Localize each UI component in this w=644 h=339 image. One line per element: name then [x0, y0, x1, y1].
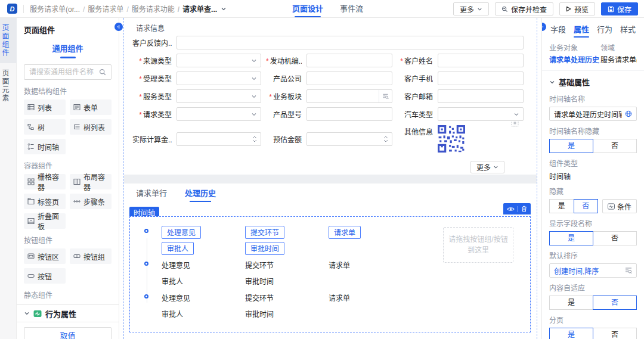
field-chip[interactable]: 提交环节: [245, 226, 284, 239]
component-list[interactable]: 列表: [24, 99, 66, 115]
request-type-select[interactable]: [177, 107, 261, 121]
timeline-name-input[interactable]: [554, 110, 622, 118]
name-hidden-yes[interactable]: 是: [549, 139, 593, 153]
globe-icon[interactable]: [625, 110, 632, 117]
chevron-down-icon[interactable]: [221, 6, 227, 12]
app-logo-icon[interactable]: D: [7, 4, 17, 14]
component-button-group[interactable]: 按钮组: [70, 248, 112, 264]
behavior-section-header[interactable]: 行为属性: [17, 304, 119, 322]
trash-icon[interactable]: [521, 206, 527, 212]
field-label: 实际计算金...: [131, 134, 172, 144]
play-icon: [566, 6, 571, 12]
timeline-text: 处理意见: [162, 260, 245, 270]
field-chip[interactable]: 审批人: [162, 242, 194, 255]
field-chip[interactable]: 处理意见: [162, 226, 201, 239]
component-timeline[interactable]: 时间轴: [24, 139, 66, 154]
hidden-yes[interactable]: 是: [549, 199, 574, 213]
form-more-button[interactable]: 更多: [470, 161, 504, 173]
save-check-button[interactable]: 保存并检查: [495, 2, 553, 15]
rail-item-page-elements[interactable]: 页面元素: [0, 63, 17, 108]
basic-props-section-header[interactable]: 基础属性: [542, 71, 644, 89]
tab-behavior[interactable]: 行为: [597, 23, 612, 39]
customer-email-input[interactable]: [438, 89, 524, 103]
behavior-icon: [33, 310, 42, 318]
preview-button[interactable]: 预览: [559, 2, 595, 15]
source-type-select[interactable]: [177, 54, 261, 67]
table-search-icon[interactable]: [625, 267, 632, 274]
hidden-condition-button[interactable]: 条件: [602, 199, 637, 213]
field-label: 其他信息: [397, 126, 433, 136]
chevron-down-icon: [513, 111, 519, 117]
engine-no-input[interactable]: [306, 54, 392, 67]
show-names-no[interactable]: 否: [593, 231, 637, 245]
button-drop-zone[interactable]: 请拖拽按钮组/按钮到这里: [443, 227, 513, 263]
rail-item-page-components[interactable]: 页面组件: [0, 18, 17, 63]
breadcrumb-item[interactable]: 服务请求功能: [123, 4, 174, 14]
product-model-input[interactable]: [306, 107, 392, 121]
component-tabs[interactable]: 标签页: [24, 194, 66, 209]
tab-request-lines[interactable]: 请求单行: [136, 187, 167, 202]
component-layout-container[interactable]: 布局容器: [70, 174, 112, 189]
adaptive-no[interactable]: 否: [593, 296, 637, 310]
value-button[interactable]: 取值: [24, 327, 112, 339]
field-label: *请求类型: [131, 109, 172, 119]
component-form[interactable]: 表单: [70, 99, 112, 115]
eye-icon[interactable]: [507, 206, 515, 212]
chevron-down-icon: [493, 164, 499, 170]
default-sort-input[interactable]: [554, 266, 622, 275]
hidden-no[interactable]: 否: [574, 199, 599, 213]
chevron-down-icon: [251, 94, 257, 99]
customer-name-input[interactable]: [438, 54, 524, 67]
customer-feedback-input[interactable]: [177, 36, 524, 49]
business-object-link[interactable]: 请求单处理历史: [549, 54, 600, 64]
tab-fields[interactable]: 字段: [550, 23, 566, 39]
timeline-component-selection[interactable]: 处理意见 提交环节 请求单 审批人 审批时间 请拖拽按钮组/按钮到这里 处理意见…: [129, 216, 531, 332]
business-sector-lookup[interactable]: [306, 89, 392, 103]
tab-common-components[interactable]: 通用组件: [17, 38, 119, 54]
breadcrumb-current[interactable]: 请求单查...: [175, 4, 217, 14]
breadcrumb-item[interactable]: 服务请求单: [80, 4, 123, 14]
paging-no[interactable]: 否: [593, 328, 637, 339]
estimate-amount-number[interactable]: [306, 132, 392, 146]
number-spinner[interactable]: [383, 136, 388, 142]
collapse-panel-icon[interactable]: [114, 23, 123, 31]
product-company-input[interactable]: [306, 71, 392, 85]
actual-amount-number[interactable]: [177, 132, 261, 146]
component-button[interactable]: 按钮: [24, 268, 66, 284]
component-steps[interactable]: 步骤条: [70, 194, 112, 209]
customer-phone-input[interactable]: [438, 71, 524, 85]
tab-style[interactable]: 样式: [620, 23, 636, 39]
tab-properties[interactable]: 属性: [574, 23, 589, 39]
breadcrumb-item[interactable]: 服务请求单(or...: [30, 4, 80, 14]
tab-event-flow[interactable]: 事件流: [340, 0, 363, 18]
tab-page-design[interactable]: 页面设计: [292, 0, 323, 18]
field-chip[interactable]: 请求单: [329, 226, 361, 239]
show-names-yes[interactable]: 是: [549, 231, 593, 245]
save-button[interactable]: 保存: [601, 2, 638, 15]
more-button[interactable]: 更多: [453, 2, 489, 15]
tree-icon: [27, 123, 35, 130]
field-label: *客户姓名: [397, 55, 433, 66]
paging-yes[interactable]: 是: [549, 328, 593, 339]
component-label: 树: [38, 122, 45, 132]
component-search-input[interactable]: [29, 68, 95, 76]
name-hidden-no[interactable]: 否: [593, 139, 637, 153]
tabs-icon: [27, 198, 35, 205]
adaptive-yes[interactable]: 是: [549, 296, 593, 310]
design-canvas: 请求信息 客户反馈内... *来源类型 *发动机编... *客户姓名 *受理类型…: [119, 18, 541, 339]
field-chip[interactable]: 审批时间: [245, 242, 284, 255]
divider: [518, 206, 518, 212]
service-type-select[interactable]: [177, 89, 261, 103]
component-button-area[interactable]: 按钮区: [24, 248, 66, 264]
timeline-name-hidden-field: 时间轴名称隐藏 是 否: [542, 121, 644, 153]
number-spinner[interactable]: [252, 136, 257, 142]
component-label: 时间轴: [38, 142, 59, 152]
component-collapse-panel[interactable]: 折叠面板: [24, 213, 66, 229]
component-grid-container[interactable]: 栅格容器: [24, 174, 66, 189]
car-type-select[interactable]: [438, 107, 524, 121]
tab-process-history[interactable]: 处理历史: [185, 187, 216, 202]
accept-type-select[interactable]: [177, 71, 261, 85]
component-tree-table[interactable]: 树列表: [70, 119, 112, 135]
component-tree[interactable]: 树: [24, 119, 66, 135]
show-field-names-field: 显示字段名称 是 否: [542, 213, 644, 245]
